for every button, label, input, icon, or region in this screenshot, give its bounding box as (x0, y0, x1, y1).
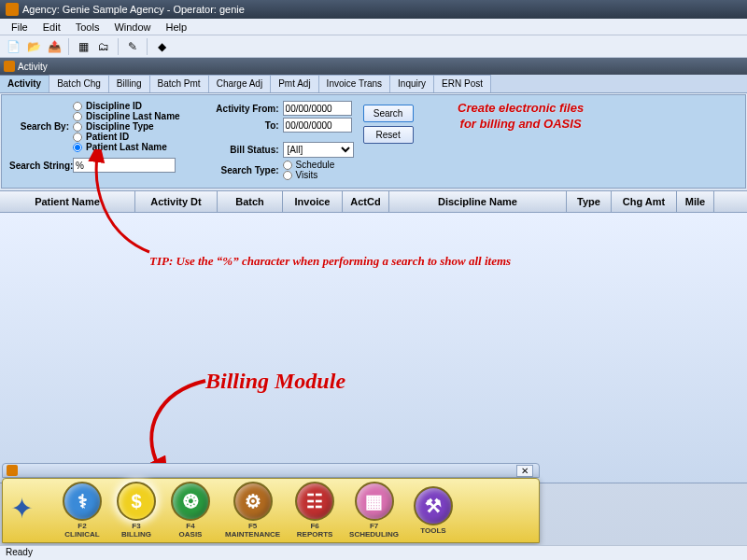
dock-clinical[interactable]: ⚕F2CLINICAL (63, 482, 102, 539)
edit-icon[interactable]: ✎ (123, 37, 142, 56)
col-activity-dt[interactable]: Activity Dt (135, 191, 218, 212)
puzzle-icon: ✦ (10, 492, 48, 529)
menu-help[interactable]: Help (159, 20, 195, 35)
child-app-icon (4, 61, 15, 72)
activity-from-label: Activity From: (208, 104, 279, 114)
col-batch[interactable]: Batch (218, 191, 283, 212)
search-button[interactable]: Search (363, 105, 414, 122)
tab-billing[interactable]: Billing (109, 75, 150, 92)
module-dock: ✦ ⚕F2CLINICAL$F3BILLING❂F4OASIS⚙F5MAINTE… (2, 478, 540, 543)
annotation-headline: Create electronic filesfor billing and O… (458, 101, 584, 133)
search-string-label: Search String: (9, 161, 69, 171)
dock-billing[interactable]: $F3BILLING (117, 482, 156, 539)
dock-maintenance[interactable]: ⚙F5MAINTENANCE (225, 482, 280, 539)
child-window-title: Activity (18, 62, 48, 72)
tab-pmt-adj[interactable]: Pmt Adj (271, 75, 318, 92)
status-bar: Ready (0, 545, 747, 560)
activity-to-label: To: (208, 120, 279, 131)
dock-maintenance-icon: ⚙ (233, 482, 273, 521)
cards-icon[interactable]: 🗂 (94, 37, 113, 56)
main-toolbar: 📄 📂 📤 ▦ 🗂 ✎ ◆ (0, 35, 747, 58)
bill-status-select[interactable]: [All] (283, 142, 354, 158)
dock-billing-icon: $ (117, 482, 156, 521)
col-discipline-name[interactable]: Discipline Name (389, 191, 567, 212)
grid-icon[interactable]: ▦ (74, 37, 92, 56)
export-icon[interactable]: 📤 (45, 37, 63, 56)
search-by-label-2: Discipline Type (86, 121, 154, 132)
annotation-tip: TIP: Use the “%” character when performi… (149, 254, 511, 269)
new-icon[interactable]: 📄 (4, 37, 22, 56)
tab-strip: ActivityBatch ChgBillingBatch PmtCharge … (0, 75, 747, 93)
menu-tools[interactable]: Tools (68, 20, 107, 35)
dock-tools-icon: ⚒ (414, 486, 453, 525)
search-type-visits-radio[interactable] (283, 171, 292, 180)
grid-header: Patient NameActivity DtBatchInvoiceActCd… (0, 190, 747, 213)
open-icon[interactable]: 📂 (24, 37, 43, 56)
search-by-label: Search By: (9, 121, 69, 132)
search-by-label-0: Discipline ID (86, 101, 142, 111)
tab-ern-post[interactable]: ERN Post (434, 75, 491, 92)
tab-invoice-trans[interactable]: Invoice Trans (319, 75, 390, 92)
bill-status-label: Bill Status: (208, 145, 279, 155)
search-type-label: Search Type: (208, 165, 279, 175)
menu-edit[interactable]: Edit (35, 20, 68, 35)
child-window-titlebar: Activity (0, 58, 747, 75)
dock-titlebar: ✕ (2, 463, 540, 478)
window-title: Agency: Genie Sample Agency - Operator: … (22, 4, 245, 15)
annotation-billing-module: Billing Module (205, 369, 345, 394)
search-by-label-3: Patient ID (86, 132, 129, 142)
menu-file[interactable]: File (4, 20, 35, 35)
search-type-visits-label: Visits (296, 170, 318, 180)
search-by-label-1: Discipline Last Name (86, 111, 180, 121)
search-panel: Search By: Discipline IDDiscipline Last … (1, 94, 746, 189)
tab-charge-adj[interactable]: Charge Adj (209, 75, 271, 92)
col-type[interactable]: Type (567, 191, 612, 212)
dock-scheduling-icon: ▦ (355, 482, 394, 521)
dock-clinical-icon: ⚕ (63, 482, 102, 521)
col-chg-amt[interactable]: Chg Amt (612, 191, 677, 212)
search-by-radio-3[interactable] (73, 133, 82, 142)
dock-reports[interactable]: ☷F6REPORTS (295, 482, 334, 539)
menu-window[interactable]: Window (106, 20, 158, 35)
dock-oasis[interactable]: ❂F4OASIS (171, 482, 210, 539)
tab-activity[interactable]: Activity (0, 75, 49, 92)
tab-inquiry[interactable]: Inquiry (390, 75, 434, 92)
search-type-schedule-radio[interactable] (283, 161, 292, 170)
col-mile[interactable]: Mile (677, 191, 714, 212)
menu-bar: File Edit Tools Window Help (0, 19, 747, 35)
help-icon[interactable]: ◆ (152, 37, 171, 56)
search-by-radio-2[interactable] (73, 122, 82, 132)
dock-scheduling[interactable]: ▦F7SCHEDULING (349, 482, 399, 539)
dock-close-icon[interactable]: ✕ (516, 465, 533, 477)
search-type-schedule-label: Schedule (296, 160, 335, 170)
col-invoice[interactable]: Invoice (283, 191, 343, 212)
window-titlebar: Agency: Genie Sample Agency - Operator: … (0, 0, 747, 19)
reset-button[interactable]: Reset (363, 126, 414, 144)
dock-tools[interactable]: ⚒TOOLS (414, 486, 453, 536)
app-icon (6, 3, 19, 16)
tab-batch-pmt[interactable]: Batch Pmt (150, 75, 209, 92)
tab-batch-chg[interactable]: Batch Chg (49, 75, 109, 92)
activity-from-input[interactable] (283, 101, 352, 116)
search-by-radio-1[interactable] (73, 112, 82, 121)
col-patient-name[interactable]: Patient Name (0, 191, 135, 212)
dock-icon (7, 465, 18, 476)
search-string-input[interactable] (73, 158, 176, 173)
dock-reports-icon: ☷ (295, 482, 334, 521)
search-by-radio-0[interactable] (73, 102, 82, 111)
col-actcd[interactable]: ActCd (343, 191, 389, 212)
status-text: Ready (6, 547, 33, 557)
dock-oasis-icon: ❂ (171, 482, 210, 521)
search-by-label-4: Patient Last Name (86, 142, 167, 152)
activity-to-input[interactable] (283, 118, 352, 133)
search-by-radio-4[interactable] (73, 143, 82, 152)
